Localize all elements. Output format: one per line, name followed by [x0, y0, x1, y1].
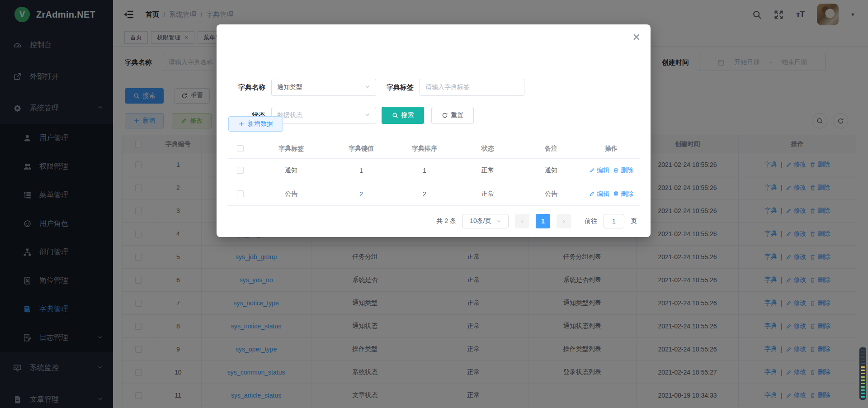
row-checkbox[interactable]	[237, 167, 244, 174]
page-size-select[interactable]: 10条/页	[462, 214, 509, 228]
pagination-total: 共 2 条	[436, 217, 456, 225]
cell-operations: 编辑删除	[583, 166, 640, 175]
modal-dict-name-select[interactable]: 通知类型	[271, 79, 376, 96]
delete-link[interactable]: 删除	[613, 190, 633, 198]
modal-table-row: 通知11正常通知编辑删除	[227, 159, 640, 182]
cell-dict-label: 公告	[253, 190, 330, 198]
modal-add-data-button[interactable]: 新增数据	[228, 116, 283, 132]
app-root: V ZrAdmin.NET 控制台外部打开系统管理用户管理权限管理菜单管理用户角…	[0, 0, 868, 408]
edit-link[interactable]: 编辑	[589, 166, 609, 175]
column-header: 操作	[583, 145, 640, 153]
goto-label: 前往	[585, 217, 597, 225]
chevron-down-icon	[496, 218, 501, 224]
delete-link[interactable]: 删除	[613, 166, 633, 175]
column-header: 备注	[519, 145, 583, 153]
column-header: 字典键值	[330, 145, 393, 153]
column-header: 字典排序	[393, 145, 456, 153]
cell-status: 正常	[456, 190, 519, 198]
edit-link[interactable]: 编辑	[589, 190, 609, 198]
chevron-down-icon	[364, 84, 370, 91]
modal-dict-name-label: 字典名称	[227, 79, 265, 96]
edge-indicator-widget	[859, 347, 866, 400]
cell-operations: 编辑删除	[583, 190, 640, 198]
prev-page-button[interactable]: ‹	[515, 214, 529, 228]
close-icon[interactable]: ✕	[632, 33, 641, 43]
trash-icon	[613, 191, 619, 197]
select-all-checkbox[interactable]	[237, 145, 244, 152]
current-page-button[interactable]: 1	[536, 214, 550, 228]
row-checkbox[interactable]	[237, 190, 244, 197]
pencil-icon	[589, 167, 595, 173]
next-page-button[interactable]: ›	[557, 214, 571, 228]
column-header: 字典标签	[253, 145, 330, 153]
cell-dict-label: 通知	[253, 166, 330, 175]
modal-dict-label-label: 字典标签	[376, 79, 414, 96]
dict-data-table: 字典标签字典键值字典排序状态备注操作通知11正常通知编辑删除公告22正常公告编辑…	[227, 139, 640, 206]
cell-dict-value: 1	[330, 167, 393, 174]
pagination: 共 2 条 10条/页 ‹ 1 › 前往 1 页	[227, 212, 637, 230]
cell-remark: 通知	[519, 166, 583, 175]
modal-reset-button[interactable]: 重置	[431, 107, 474, 124]
cell-dict-sort: 2	[393, 190, 456, 198]
trash-icon	[613, 167, 619, 173]
modal-table-header-row: 字典标签字典键值字典排序状态备注操作	[227, 139, 640, 159]
modal-status-select[interactable]: 数据状态	[271, 107, 376, 124]
chevron-down-icon	[364, 112, 370, 119]
page-unit-label: 页	[631, 217, 637, 225]
cell-status: 正常	[456, 166, 519, 175]
column-header: 状态	[456, 145, 519, 153]
modal-table-row: 公告22正常公告编辑删除	[227, 182, 640, 206]
goto-page-input[interactable]: 1	[604, 214, 624, 228]
dict-data-modal: ✕ 字典名称 通知类型 字典标签 请输入字典标签 状态 数据状态 搜索 重置 新…	[217, 24, 651, 237]
cell-dict-value: 2	[330, 190, 393, 198]
modal-dict-label-input[interactable]: 请输入字典标签	[420, 79, 524, 96]
cell-remark: 公告	[519, 190, 583, 198]
cell-dict-sort: 1	[393, 167, 456, 174]
pencil-icon	[589, 191, 595, 197]
modal-search-button[interactable]: 搜索	[382, 107, 424, 124]
